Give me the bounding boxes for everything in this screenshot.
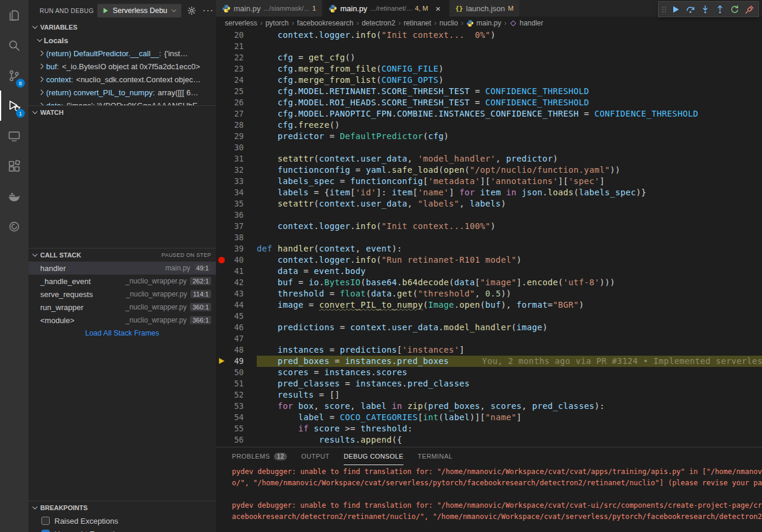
restart-button[interactable]	[728, 2, 742, 17]
watch-section-header[interactable]: WATCH	[28, 105, 216, 119]
variable-row[interactable]: (return) convert_PIL_to_numpy:array([[[ …	[28, 86, 216, 99]
editor-tab[interactable]: main.py.../retinanet/...4, M×	[322, 0, 449, 17]
code-line[interactable]: 48 instances = predictions['instances']	[216, 344, 762, 356]
line-number[interactable]: 28	[234, 120, 244, 131]
stack-frame-row[interactable]: run_wrapper_nuclio_wrapper.py360:1	[28, 301, 216, 314]
code-line[interactable]: 44 image = convert_PIL_to_numpy(Image.op…	[216, 299, 762, 311]
line-number[interactable]: 39	[234, 243, 244, 254]
breadcrumb-item[interactable]: pytorch	[266, 19, 289, 27]
code-line[interactable]: 38	[216, 232, 762, 243]
line-number[interactable]: 40	[234, 254, 244, 266]
panel-tab-problems[interactable]: PROBLEMS12	[232, 447, 287, 465]
breadcrumb-item[interactable]: retinanet	[403, 19, 431, 27]
gutter[interactable]: 24	[216, 75, 244, 86]
gutter[interactable]: 52	[216, 389, 244, 401]
code-line[interactable]: 23 cfg.merge_from_file(CONFIG_FILE)	[216, 63, 762, 75]
gutter[interactable]: 49	[216, 356, 244, 367]
gutter[interactable]: 39	[216, 243, 244, 254]
code-line[interactable]: 29 predictor = DefaultPredictor(cfg)	[216, 131, 762, 142]
breakpoint-row[interactable]: Raised Exceptions	[28, 514, 216, 527]
gutter[interactable]: 37	[216, 221, 244, 232]
line-number[interactable]: 36	[234, 209, 244, 221]
checkbox[interactable]	[41, 530, 50, 532]
code-line[interactable]: 51 pred_classes = instances.pred_classes	[216, 378, 762, 389]
gutter[interactable]: 45	[216, 311, 244, 322]
code-line[interactable]: 46 predictions = context.user_data.model…	[216, 322, 762, 333]
gutter[interactable]: 41	[216, 266, 244, 277]
activity-item-remote-explorer[interactable]	[0, 121, 28, 151]
line-number[interactable]: 29	[234, 131, 244, 142]
line-number[interactable]: 37	[234, 221, 244, 232]
variable-row[interactable]: buf:<_io.BytesIO object at 0x7f5a2dc1ecc…	[28, 60, 216, 73]
step-over-button[interactable]	[683, 2, 698, 17]
gutter[interactable]: 56	[216, 434, 244, 446]
line-number[interactable]: 44	[234, 299, 244, 311]
code-line[interactable]: 54 label = COCO_CATEGORIES[int(label)]["…	[216, 412, 762, 423]
breadcrumb-item[interactable]: serverless	[225, 19, 257, 27]
line-number[interactable]: 23	[234, 63, 244, 75]
line-number[interactable]: 45	[234, 311, 244, 322]
code-line[interactable]: 21	[216, 41, 762, 52]
line-number[interactable]: 42	[234, 277, 244, 288]
code-line[interactable]: 32 functionconfig = yaml.safe_load(open(…	[216, 165, 762, 176]
disconnect-button[interactable]	[742, 2, 757, 17]
line-number[interactable]: 53	[234, 401, 244, 412]
variable-row[interactable]: context:<nuclio_sdk.context.Context obje…	[28, 73, 216, 86]
activity-item-run-and-debug[interactable]: 1	[0, 91, 28, 121]
line-number[interactable]: 56	[234, 434, 244, 446]
line-number[interactable]: 20	[234, 30, 244, 41]
checkbox[interactable]	[41, 517, 50, 525]
variable-row[interactable]: data:{'image': 'iVBORw0KGgoAAAANSUhE…	[28, 99, 216, 105]
gutter[interactable]: 54	[216, 412, 244, 423]
code-line[interactable]: 30	[216, 142, 762, 153]
gutter[interactable]: 47	[216, 333, 244, 344]
code-line[interactable]: 53 for box, score, label in zip(pred_box…	[216, 401, 762, 412]
code-line[interactable]: 20 context.logger.info("Init context... …	[216, 30, 762, 41]
gutter[interactable]: 36	[216, 209, 244, 221]
code-line[interactable]: 52 results = []	[216, 389, 762, 401]
code-line[interactable]: 37 context.logger.info("Init context...1…	[216, 221, 762, 232]
stack-frame-row[interactable]: _handle_event_nuclio_wrapper.py262:1	[28, 275, 216, 288]
stack-frame-row[interactable]: serve_requests_nuclio_wrapper.py114:1	[28, 288, 216, 301]
gutter[interactable]: 38	[216, 232, 244, 243]
activity-item-circle-tool[interactable]	[0, 211, 28, 241]
code-line[interactable]: 34 labels = {item['id']: item['name'] fo…	[216, 187, 762, 198]
line-number[interactable]: 30	[234, 142, 244, 153]
drag-grip-button[interactable]	[660, 2, 668, 17]
breakpoints-section-header[interactable]: BREAKPOINTS	[28, 501, 216, 514]
gutter[interactable]: 44	[216, 299, 244, 311]
gutter[interactable]: 26	[216, 97, 244, 108]
gutter[interactable]: 50	[216, 367, 244, 378]
gutter[interactable]: 23	[216, 63, 244, 75]
variable-row[interactable]: (return) DefaultPredictor.__call__:{'ins…	[28, 47, 216, 60]
gutter[interactable]: 48	[216, 344, 244, 356]
continue-button[interactable]	[669, 2, 683, 17]
call-stack-section-header[interactable]: CALL STACK PAUSED ON STEP	[28, 248, 216, 262]
gutter[interactable]: 31	[216, 153, 244, 165]
gutter[interactable]: 46	[216, 322, 244, 333]
gutter[interactable]: 35	[216, 198, 244, 209]
code-line[interactable]: 22 cfg = get_cfg()	[216, 52, 762, 63]
code-line[interactable]: 25 cfg.MODEL.RETINANET.SCORE_THRESH_TEST…	[216, 86, 762, 97]
line-number[interactable]: 55	[234, 423, 244, 434]
debug-console-output[interactable]: pydev debugger: unable to find translati…	[216, 465, 762, 532]
line-number[interactable]: 41	[234, 266, 244, 277]
breadcrumb-item[interactable]: nuclio	[440, 19, 458, 27]
code-line[interactable]: 33 labels_spec = functionconfig['metadat…	[216, 176, 762, 187]
gutter[interactable]: 51	[216, 378, 244, 389]
code-editor[interactable]: 20 context.logger.info("Init context... …	[216, 30, 762, 447]
stack-frame-row[interactable]: handlermain.py49:1	[28, 262, 216, 275]
activity-item-source-control[interactable]: 8	[0, 60, 28, 91]
line-number[interactable]: 27	[234, 108, 244, 120]
gutter[interactable]: 33	[216, 176, 244, 187]
code-line[interactable]: 31 setattr(context.user_data, 'model_han…	[216, 153, 762, 165]
code-line[interactable]: 49 pred_boxes = instances.pred_boxesYou,…	[216, 356, 762, 367]
code-line[interactable]: 39def handler(context, event):	[216, 243, 762, 254]
breadcrumb-item[interactable]: detectron2	[361, 19, 395, 27]
gutter[interactable]: 42	[216, 277, 244, 288]
line-number[interactable]: 47	[234, 333, 244, 344]
activity-item-docker[interactable]	[0, 181, 28, 211]
activity-item-explorer[interactable]	[0, 0, 28, 30]
breadcrumb-item[interactable]: facebookresearch	[297, 19, 353, 27]
code-line[interactable]: 42 buf = io.BytesIO(base64.b64decode(dat…	[216, 277, 762, 288]
